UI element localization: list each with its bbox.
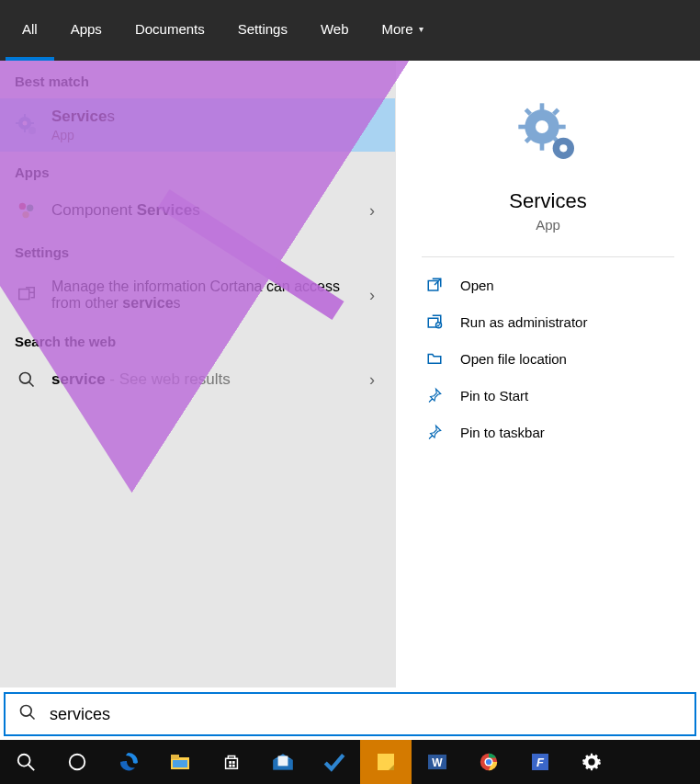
svg-point-1 — [23, 121, 28, 126]
action-open-file-location[interactable]: Open file location — [396, 340, 700, 377]
section-header-apps: Apps — [0, 152, 395, 189]
svg-rect-40 — [232, 765, 235, 767]
svg-point-29 — [21, 706, 32, 717]
taskbar-chrome-button[interactable] — [463, 740, 514, 784]
svg-point-8 — [27, 205, 33, 211]
svg-line-32 — [28, 765, 34, 770]
action-run-as-admin[interactable]: Run as administrator — [396, 303, 700, 340]
svg-rect-15 — [539, 142, 544, 150]
svg-line-12 — [29, 382, 34, 387]
svg-point-11 — [20, 373, 31, 384]
svg-rect-3 — [24, 129, 26, 132]
svg-text:F: F — [536, 756, 545, 769]
filter-tab-documents[interactable]: Documents — [119, 0, 221, 61]
taskbar-sticky-notes-button[interactable] — [360, 740, 412, 784]
action-pin-to-start[interactable]: Pin to Start — [396, 377, 700, 414]
taskbar: W F — [0, 740, 700, 784]
action-open[interactable]: Open — [396, 267, 700, 303]
svg-rect-4 — [16, 122, 19, 124]
detail-subtitle: App — [396, 217, 700, 233]
taskbar-file-explorer-button[interactable] — [154, 740, 206, 784]
action-label: Open file location — [460, 351, 567, 367]
taskbar-edge-button[interactable] — [103, 740, 154, 784]
chevron-down-icon: ▾ — [419, 24, 423, 34]
admin-icon — [425, 312, 444, 331]
chevron-right-icon: › — [369, 201, 380, 221]
taskbar-search-button[interactable] — [0, 740, 51, 784]
filter-tab-all[interactable]: All — [6, 0, 54, 61]
result-title: Services — [51, 108, 380, 126]
svg-rect-2 — [24, 114, 26, 118]
action-pin-to-taskbar[interactable]: Pin to taskbar — [396, 414, 700, 450]
search-input[interactable] — [50, 705, 682, 724]
taskbar-mail-button[interactable] — [257, 740, 309, 784]
svg-rect-14 — [539, 103, 544, 111]
result-web-search[interactable]: service - See web results › — [0, 358, 395, 401]
result-title: Manage the information Cortana can acces… — [51, 278, 356, 312]
separator — [422, 256, 674, 257]
filter-tab-apps[interactable]: Apps — [54, 0, 119, 61]
results-list: Best match Services App Apps Component S… — [0, 61, 395, 687]
svg-text:W: W — [432, 756, 443, 769]
taskbar-settings-button[interactable] — [566, 740, 617, 784]
svg-rect-5 — [30, 122, 34, 124]
filter-tab-settings[interactable]: Settings — [221, 0, 304, 61]
svg-rect-37 — [229, 761, 231, 764]
svg-rect-10 — [19, 290, 29, 300]
svg-point-7 — [19, 203, 26, 210]
svg-rect-16 — [518, 125, 526, 130]
svg-rect-38 — [232, 761, 235, 764]
svg-rect-36 — [173, 760, 187, 767]
svg-point-50 — [486, 759, 491, 765]
taskbar-form-app-button[interactable]: F — [514, 740, 566, 784]
permissions-icon — [15, 283, 39, 307]
taskbar-cortana-button[interactable] — [51, 740, 103, 784]
result-title: service - See web results — [51, 370, 356, 389]
svg-point-22 — [536, 120, 548, 133]
component-services-icon — [15, 199, 39, 222]
taskbar-word-button[interactable]: W — [412, 740, 463, 784]
svg-point-31 — [18, 755, 30, 767]
open-icon — [425, 276, 444, 294]
svg-line-30 — [30, 715, 35, 720]
svg-rect-43 — [278, 756, 288, 767]
svg-rect-17 — [557, 125, 565, 130]
result-component-services[interactable]: Component Services › — [0, 189, 395, 232]
search-filter-bar: All Apps Documents Settings Web More▾ — [0, 0, 700, 61]
action-label: Pin to Start — [460, 388, 528, 403]
folder-icon — [425, 349, 444, 368]
gear-icon — [15, 113, 39, 137]
action-label: Run as administrator — [460, 314, 587, 330]
section-header-settings: Settings — [0, 232, 395, 269]
svg-point-33 — [70, 755, 85, 770]
search-icon — [15, 368, 39, 392]
filter-tab-more[interactable]: More▾ — [366, 0, 440, 61]
pin-icon — [425, 423, 444, 441]
svg-point-6 — [28, 127, 36, 134]
result-services-app[interactable]: Services App — [0, 98, 395, 152]
svg-point-24 — [559, 144, 567, 152]
taskbar-store-button[interactable] — [206, 740, 257, 784]
taskbar-todo-button[interactable] — [309, 740, 360, 784]
svg-point-9 — [22, 211, 28, 218]
results-area: Best match Services App Apps Component S… — [0, 61, 700, 687]
action-label: Pin to taskbar — [460, 425, 545, 440]
filter-tab-web[interactable]: Web — [304, 0, 366, 61]
pin-icon — [425, 386, 444, 404]
search-box[interactable] — [4, 692, 696, 736]
section-header-best-match: Best match — [0, 61, 395, 98]
detail-pane: Services App Open Run as administrator O… — [395, 61, 700, 687]
section-header-web: Search the web — [0, 321, 395, 358]
svg-rect-39 — [229, 765, 231, 767]
gear-icon — [516, 101, 581, 165]
svg-rect-35 — [171, 755, 179, 759]
chevron-right-icon: › — [369, 370, 380, 390]
result-cortana-setting[interactable]: Manage the information Cortana can acces… — [0, 269, 395, 321]
result-subtitle: App — [51, 128, 380, 142]
action-label: Open — [460, 278, 494, 293]
detail-title: Services — [396, 189, 700, 213]
result-title: Component Services — [51, 201, 356, 220]
search-icon — [18, 703, 37, 725]
chevron-right-icon: › — [369, 286, 380, 305]
